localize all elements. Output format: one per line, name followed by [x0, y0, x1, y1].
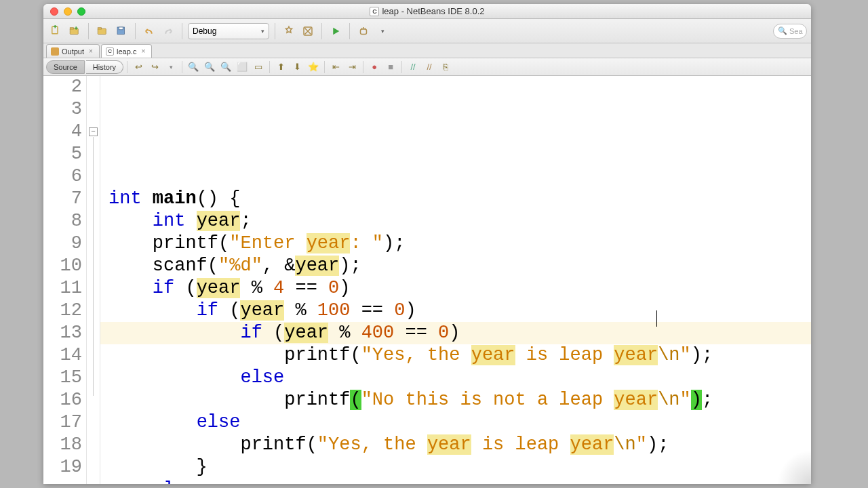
c-file-icon: C	[370, 7, 379, 16]
last-edit-button[interactable]: ↩	[131, 60, 146, 74]
uncomment-button[interactable]: //	[422, 60, 437, 74]
svg-rect-2	[70, 27, 73, 28]
shift-right-button[interactable]: ⇥	[344, 60, 359, 74]
open-button[interactable]	[94, 23, 111, 39]
redo-button[interactable]	[160, 23, 176, 39]
goto-button[interactable]: ⎘	[438, 60, 453, 74]
main-toolbar: Debug ▾ ▾ 🔍 Sea	[43, 19, 811, 43]
editor-tabs: Output × C leap.c ×	[43, 43, 811, 58]
output-icon	[51, 47, 59, 56]
source-view-button[interactable]: Source	[46, 60, 85, 74]
search-icon: 🔍	[778, 26, 787, 35]
close-window-button[interactable]	[50, 7, 58, 16]
find-next-button[interactable]: 🔍	[218, 60, 233, 74]
macro-record-button[interactable]: ●	[367, 60, 382, 74]
run-button[interactable]	[328, 23, 344, 39]
undo-button[interactable]	[141, 23, 157, 39]
tab-leap-c[interactable]: C leap.c ×	[101, 44, 152, 58]
profile-button[interactable]: ▾	[374, 23, 391, 39]
close-tab-button[interactable]: ×	[139, 47, 147, 56]
new-file-button[interactable]	[47, 23, 64, 39]
prev-bookmark-button[interactable]: ⬆	[273, 60, 288, 74]
svg-rect-3	[98, 28, 106, 34]
c-file-icon: C	[106, 47, 114, 56]
shift-left-button[interactable]: ⇤	[328, 60, 343, 74]
fold-toggle[interactable]: −	[89, 127, 98, 136]
titlebar: C leap - NetBeans IDE 8.0.2	[43, 4, 811, 19]
svg-rect-1	[70, 28, 78, 34]
code-area[interactable]: int main() { int year; printf("Enter yea…	[100, 76, 811, 484]
code-editor[interactable]: 2345678910111213141516171819 − int main(…	[43, 76, 811, 484]
window-title: C leap - NetBeans IDE 8.0.2	[43, 6, 811, 16]
toggle-highlight-button[interactable]: ⬜	[235, 60, 250, 74]
window-controls	[43, 7, 85, 16]
ide-window: C leap - NetBeans IDE 8.0.2 Debug ▾	[43, 4, 811, 484]
forward-button[interactable]: ↪	[147, 60, 162, 74]
history-view-button[interactable]: History	[86, 60, 123, 74]
fold-column: −	[87, 76, 100, 484]
comment-button[interactable]: //	[406, 60, 420, 74]
macro-stop-button[interactable]: ■	[383, 60, 398, 74]
find-selection-button[interactable]: 🔍	[186, 60, 201, 74]
clean-build-button[interactable]	[300, 23, 316, 39]
toggle-rect-button[interactable]: ▭	[251, 60, 266, 74]
build-button[interactable]	[281, 23, 297, 39]
global-search[interactable]: 🔍 Sea	[773, 24, 807, 39]
config-dropdown[interactable]: Debug ▾	[188, 23, 269, 39]
zoom-window-button[interactable]	[77, 7, 85, 16]
editor-toolbar: Source History ↩ ↪ ▾ 🔍 🔍 🔍 ⬜ ▭ ⬆ ⬇ ⭐ ⇤ ⇥…	[43, 58, 811, 76]
save-all-button[interactable]	[113, 23, 130, 39]
debug-button[interactable]	[355, 23, 372, 39]
svg-rect-6	[119, 27, 123, 30]
line-number-gutter: 2345678910111213141516171819	[43, 76, 87, 484]
close-tab-button[interactable]: ×	[87, 47, 95, 56]
svg-rect-8	[361, 29, 367, 35]
svg-rect-4	[98, 27, 101, 28]
toggle-bookmark-button[interactable]: ⭐	[306, 60, 321, 74]
find-prev-button[interactable]: 🔍	[202, 60, 217, 74]
tab-output[interactable]: Output ×	[46, 44, 100, 58]
new-project-button[interactable]	[66, 23, 83, 39]
dropdown-icon[interactable]: ▾	[163, 60, 178, 74]
next-bookmark-button[interactable]: ⬇	[290, 60, 304, 74]
minimize-window-button[interactable]	[64, 7, 72, 16]
